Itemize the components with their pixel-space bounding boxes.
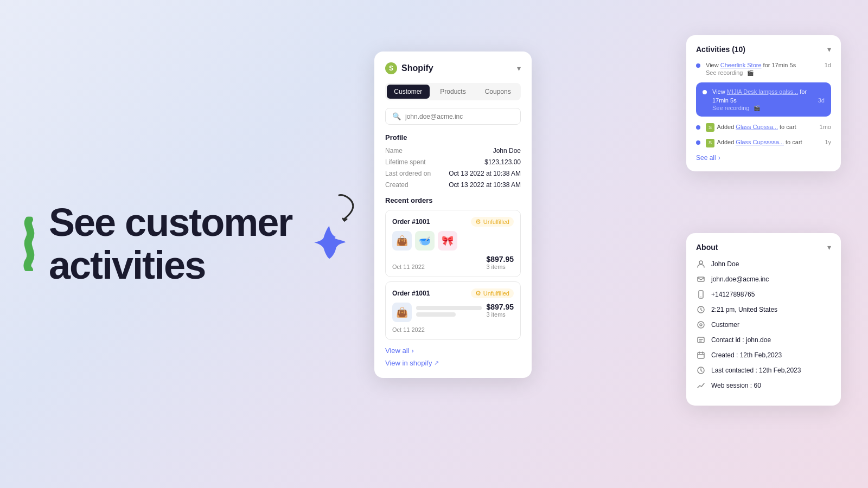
unfulfilled-icon: ⚙ — [475, 218, 481, 226]
about-row-websession: Web session : 60 — [696, 381, 831, 390]
order-2-price: $897.95 — [486, 303, 514, 311]
svg-rect-12 — [698, 352, 704, 358]
search-icon: 🔍 — [392, 112, 401, 120]
green-squiggle-icon — [22, 217, 37, 271]
clock2-icon — [696, 365, 706, 375]
shopify-collapse-icon[interactable]: ▾ — [517, 64, 521, 73]
svg-rect-9 — [698, 337, 704, 343]
profile-name-row: Name John Doe — [385, 147, 521, 155]
chart-icon — [696, 381, 706, 390]
skeleton-line-2 — [416, 312, 456, 317]
activity-link-1[interactable]: Cheerlink Store — [720, 62, 762, 68]
about-card-header: About ▾ — [696, 243, 831, 252]
activity-link-2[interactable]: MIJIA Desk lampss galss... — [727, 88, 798, 95]
order-card-1[interactable]: Order #1001 ⚙ Unfulfilled 👜 🥣 🎀 Oct 11 2… — [385, 210, 521, 277]
activity-link-3[interactable]: Glass Cupssa... — [736, 124, 778, 130]
order-1-items: 👜 🥣 🎀 — [392, 231, 514, 251]
customer-search-bar[interactable]: 🔍 — [385, 108, 521, 125]
activity-content-4: S Added Glass Cupssssa... to cart 1y — [706, 138, 831, 147]
product-icon-3: S — [706, 123, 714, 132]
see-all-button[interactable]: See all › — [696, 154, 831, 162]
profile-lastorder-row: Last ordered on Oct 13 2022 at 10:38 AM — [385, 170, 521, 177]
activities-title: Activities (10) — [696, 45, 745, 54]
email-icon — [696, 274, 706, 284]
about-row-customer: Customer — [696, 320, 831, 330]
about-time-text: 2:21 pm, United States — [711, 306, 777, 313]
order-item-bag: 👜 — [392, 231, 412, 251]
order-1-price: $897.95 — [486, 255, 514, 264]
activity-item-2-highlighted: View MIJIA Desk lampss galss... for 17mi… — [696, 82, 831, 117]
hero-section: See customer activities — [33, 201, 304, 287]
order-2-items: 👜 $897.95 3 items — [392, 303, 514, 322]
about-row-lastcontacted: Last contacted : 12th Feb,2023 — [696, 365, 831, 375]
about-collapse-icon[interactable]: ▾ — [827, 243, 831, 252]
profile-section-title: Profile — [385, 133, 521, 142]
phone-icon — [696, 290, 706, 299]
see-all-arrow-icon: › — [718, 154, 720, 162]
view-shopify-button[interactable]: View in shopify ↗ — [385, 359, 521, 367]
about-row-phone: +14127898765 — [696, 290, 831, 299]
activity-dot-2 — [703, 90, 707, 94]
about-row-email: john.doe@acme.inc — [696, 274, 831, 284]
about-row-contactid: Contact id : john.doe — [696, 335, 831, 345]
svg-rect-3 — [698, 277, 704, 281]
activity-dot-4 — [696, 140, 700, 145]
order-2-date: Oct 11 2022 — [392, 326, 514, 333]
external-link-icon: ↗ — [434, 359, 439, 367]
tab-customer[interactable]: Customer — [387, 85, 430, 99]
activity-content-2: View MIJIA Desk lampss galss... for 17mi… — [712, 88, 825, 111]
order-card-2[interactable]: Order #1001 ⚙ Unfulfilled 👜 $897.95 3 it… — [385, 281, 521, 340]
activity-line1-3: S Added Glass Cupssa... to cart 1mo — [706, 123, 831, 132]
activity-subtext-1: See recording 🎬 — [706, 69, 831, 76]
about-contactid-text: Contact id : john.doe — [711, 336, 771, 344]
svg-point-7 — [698, 322, 704, 328]
activity-dot-1 — [696, 63, 700, 68]
activity-item-4: S Added Glass Cupssssa... to cart 1y — [696, 138, 831, 147]
curly-arrow-icon — [334, 192, 361, 224]
activity-dot-3 — [696, 125, 700, 130]
order-1-status: ⚙ Unfulfilled — [471, 217, 514, 227]
person-icon — [696, 259, 706, 269]
activity-content-1: View Cheerlink Store for 17min 5s 1d See… — [706, 61, 831, 76]
about-phone-text: +14127898765 — [711, 291, 755, 298]
shopify-card: S Shopify ▾ Customer Products Coupons 🔍 … — [374, 52, 532, 378]
id-icon — [696, 335, 706, 345]
about-created-text: Created : 12th Feb,2023 — [711, 351, 782, 359]
svg-point-2 — [699, 261, 703, 264]
svg-point-8 — [700, 324, 702, 326]
tab-bar: Customer Products Coupons — [385, 83, 521, 100]
tab-coupons[interactable]: Coupons — [476, 85, 519, 99]
about-row-time: 2:21 pm, United States — [696, 305, 831, 314]
star-decoration — [312, 225, 347, 262]
shopify-logo-icon: S — [385, 62, 397, 74]
order-item-toy: 🎀 — [438, 231, 457, 251]
calendar-icon — [696, 350, 706, 360]
activity-item-1: View Cheerlink Store for 17min 5s 1d See… — [696, 61, 831, 76]
profile-lifetime-row: Lifetime spent $123,123.00 — [385, 158, 521, 166]
about-lastcontacted-text: Last contacted : 12th Feb,2023 — [711, 367, 801, 374]
activity-subtext-2: See recording 🎬 — [712, 105, 825, 111]
hero-headline: See customer activities — [49, 201, 304, 287]
order-2-number: Order #1001 — [392, 290, 430, 297]
view-all-button[interactable]: View all › — [385, 346, 521, 355]
about-card: About ▾ John Doe john.doe@acme.inc +1412… — [686, 233, 841, 406]
order-2-status: ⚙ Unfulfilled — [471, 288, 514, 298]
recent-orders-title: Recent orders — [385, 196, 521, 204]
profile-section: Profile Name John Doe Lifetime spent $12… — [385, 133, 521, 189]
activity-line1-2: View MIJIA Desk lampss galss... for 17mi… — [712, 88, 825, 105]
unfulfilled-2-icon: ⚙ — [475, 290, 481, 297]
activity-line1-4: S Added Glass Cupssssa... to cart 1y — [706, 138, 831, 147]
profile-created-row: Created Oct 13 2022 at 10:38 AM — [385, 181, 521, 189]
activity-line1-1: View Cheerlink Store for 17min 5s 1d — [706, 61, 831, 69]
clock-icon — [696, 305, 706, 314]
order-2-item-bag: 👜 — [392, 303, 412, 322]
activity-link-4[interactable]: Glass Cupssssa... — [736, 139, 784, 145]
tab-products[interactable]: Products — [432, 85, 475, 99]
order-2-count: 3 items — [486, 311, 514, 318]
about-row-name: John Doe — [696, 259, 831, 269]
activity-item-3: S Added Glass Cupssa... to cart 1mo — [696, 123, 831, 132]
order-1-date: Oct 11 2022 — [392, 264, 425, 270]
search-input[interactable] — [405, 113, 514, 120]
activities-collapse-icon[interactable]: ▾ — [827, 45, 831, 54]
shopify-logo: S Shopify — [385, 62, 433, 74]
